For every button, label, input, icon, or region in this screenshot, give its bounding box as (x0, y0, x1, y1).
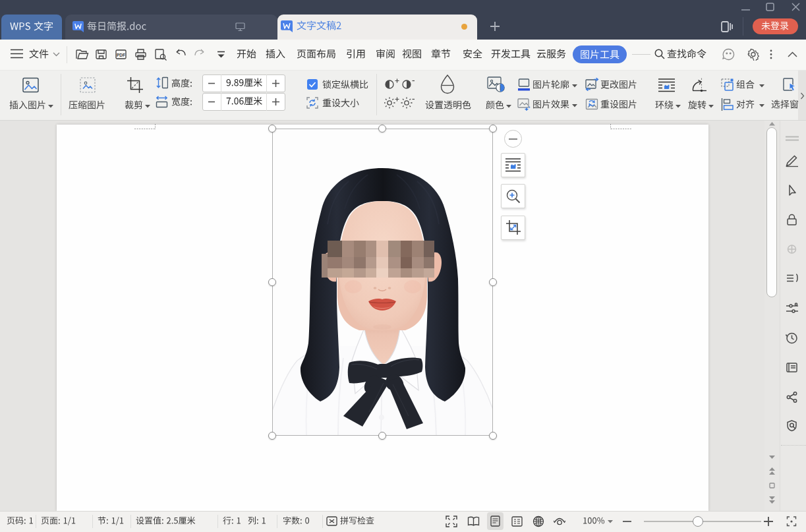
svg-text:PDF: PDF (117, 53, 125, 57)
